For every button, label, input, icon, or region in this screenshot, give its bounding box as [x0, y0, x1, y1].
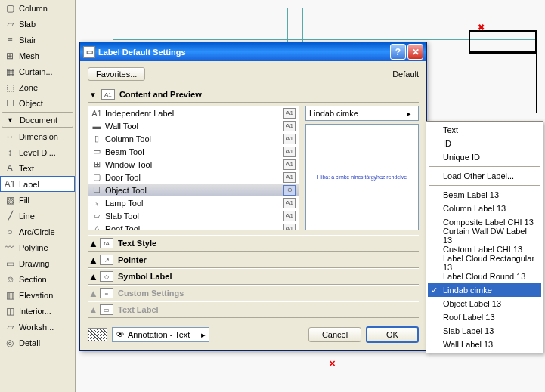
toolbox-panel: ▢Column▱Slab≡Stair⊞Mesh▦Curtain...⬚Zone☐…: [0, 0, 76, 392]
cancel-button[interactable]: Cancel: [308, 327, 361, 342]
section-title: Content and Preview: [119, 90, 202, 99]
label-tool-beam-tool[interactable]: ▭Beam ToolA1: [88, 145, 299, 158]
tool-line[interactable]: ╱Line: [0, 208, 75, 224]
menu-item-text[interactable]: Text: [428, 123, 541, 137]
section-icon: tA: [100, 238, 113, 248]
label-indicator-icon: ⊕: [283, 185, 296, 196]
menu-item-load-other-label-[interactable]: Load Other Label...: [428, 169, 541, 183]
favorites-button[interactable]: Favorites...: [88, 67, 145, 81]
tool-icon: ▥: [4, 289, 16, 301]
dialog-titlebar[interactable]: ▭ Label Default Settings ? ✕: [80, 42, 426, 61]
dialog-title: Label Default Settings: [98, 48, 186, 57]
tool-icon: ○: [4, 226, 16, 238]
chevron-down-icon: ▼: [89, 91, 97, 99]
section-text-style[interactable]: ▶tAText Style: [88, 235, 419, 252]
label-tool-column-tool[interactable]: ▯Column ToolA1: [88, 132, 299, 145]
tool-level-di-[interactable]: ↕Level Di...: [0, 144, 75, 160]
tool-dimension[interactable]: ↔Dimension: [0, 128, 75, 144]
section-icon: ▭: [100, 304, 113, 315]
tool-column[interactable]: ▢Column: [0, 0, 75, 16]
tool-icon: ↕: [4, 147, 16, 159]
tool-section[interactable]: ⎊Section: [0, 271, 75, 287]
menu-item-object-label-13[interactable]: Object Label 13: [428, 297, 541, 310]
menu-item-label-cloud-round-13[interactable]: Label Cloud Round 13: [428, 270, 541, 283]
label-tool-window-tool[interactable]: ⊞Window ToolA1: [88, 158, 299, 171]
label-tool-independent-label[interactable]: A1Independent LabelA1: [88, 106, 299, 119]
menu-item-label-cloud-rectangular-13[interactable]: Label Cloud Rectangular 13: [428, 256, 541, 270]
menu-item-unique-id[interactable]: Unique ID: [428, 150, 541, 164]
tool-object[interactable]: ☐Object: [0, 95, 75, 111]
label-tool-door-tool[interactable]: ▢Door ToolA1: [88, 171, 299, 184]
tool-icon: ≡: [4, 34, 16, 46]
tool-interior-[interactable]: ◫Interior...: [0, 303, 75, 319]
menu-item-beam-label-13[interactable]: Beam Label 13: [428, 188, 541, 202]
menu-item-wall-label-13[interactable]: Wall Label 13: [428, 338, 541, 351]
tool-icon: ⊞: [4, 50, 16, 62]
ok-button[interactable]: OK: [366, 326, 419, 343]
menu-item-curtain-wall-dw-label-13[interactable]: Curtain Wall DW Label 13: [428, 229, 541, 242]
tool-icon: ▱: [4, 321, 16, 333]
tool-arc-circle[interactable]: ○Arc/Circle: [0, 224, 75, 239]
label-indicator-icon: A1: [283, 159, 296, 170]
tool-worksh-[interactable]: ▱Worksh...: [0, 319, 75, 335]
label-default-settings-dialog: ▭ Label Default Settings ? ✕ Favorites..…: [79, 42, 427, 351]
layer-hatch-icon[interactable]: [88, 328, 107, 341]
section-custom-settings: ▶≡Custom Settings: [88, 285, 419, 301]
menu-item-column-label-13[interactable]: Column Label 13: [428, 202, 541, 215]
default-label: Default: [392, 69, 419, 79]
tool-label[interactable]: A1Label: [0, 176, 75, 192]
tool-zone[interactable]: ⬚Zone: [0, 79, 75, 95]
tool-curtain-[interactable]: ▦Curtain...: [0, 63, 75, 79]
tool-icon: ▭: [91, 147, 102, 157]
chevron-right-icon: ▶: [88, 307, 97, 313]
menu-item-lindab-cimke[interactable]: ✓Lindab cimke: [428, 283, 541, 297]
toolbox-group-header[interactable]: ▼Document: [2, 112, 73, 128]
tool-fill[interactable]: ▨Fill: [0, 192, 75, 208]
tool-icon: 〰: [4, 242, 16, 254]
error-marker-icon: ✖: [478, 23, 485, 32]
tool-mesh[interactable]: ⊞Mesh: [0, 48, 75, 63]
section-symbol-label[interactable]: ▶◇Symbol Label: [88, 268, 419, 285]
label-indicator-icon: A1: [283, 108, 296, 119]
label-indicator-icon: A1: [283, 198, 296, 208]
label-preview: Hiba: a cimke nincs tárgyhoz rendelve: [305, 124, 419, 230]
dialog-icon: ▭: [83, 46, 95, 58]
tool-drawing[interactable]: ▭Drawing: [0, 255, 75, 271]
tool-icon: ◫: [4, 305, 16, 317]
menu-item-roof-label-13[interactable]: Roof Label 13: [428, 310, 541, 324]
label-tool-lamp-tool[interactable]: ♀Lamp ToolA1: [88, 196, 299, 209]
help-button[interactable]: ?: [390, 44, 406, 60]
tool-icon: ▱: [4, 18, 16, 30]
tool-icon: ▢: [4, 2, 16, 14]
tool-icon: ▢: [91, 172, 102, 183]
label-tool-roof-tool[interactable]: △Roof ToolA1: [88, 222, 299, 230]
section-text-label: ▶▭Text Label: [88, 301, 419, 318]
tool-text[interactable]: AText: [0, 160, 75, 176]
close-button[interactable]: ✕: [407, 44, 423, 60]
section-icon: ≡: [100, 288, 113, 298]
tool-icon: ↔: [4, 131, 16, 143]
tool-icon: ⬚: [4, 82, 16, 94]
label-tool-wall-tool[interactable]: ▬Wall ToolA1: [88, 119, 299, 132]
annotation-layer-combo[interactable]: 👁 Annotation - Text ▸: [112, 327, 209, 342]
menu-item-id[interactable]: ID: [428, 137, 541, 150]
label-tool-list[interactable]: A1Independent LabelA1▬Wall ToolA1▯Column…: [88, 106, 299, 230]
tool-icon: ♀: [91, 198, 102, 208]
tool-icon: ▭: [4, 258, 16, 270]
menu-item-slab-label-13[interactable]: Slab Label 13: [428, 324, 541, 338]
tool-elevation[interactable]: ▥Elevation: [0, 287, 75, 303]
label-type-combo[interactable]: Lindab cimke ▸: [305, 106, 419, 121]
label-type-menu[interactable]: TextIDUnique IDLoad Other Label...Beam L…: [426, 121, 543, 353]
section-pointer[interactable]: ▶↗Pointer: [88, 252, 419, 268]
label-indicator-icon: A1: [283, 121, 296, 131]
label-tool-slab-tool[interactable]: ▱Slab ToolA1: [88, 209, 299, 222]
tool-detail[interactable]: ◎Detail: [0, 335, 75, 350]
tool-slab[interactable]: ▱Slab: [0, 16, 75, 32]
tool-polyline[interactable]: 〰Polyline: [0, 239, 75, 255]
chevron-right-icon: ▶: [88, 273, 97, 279]
tool-stair[interactable]: ≡Stair: [0, 32, 75, 48]
label-tool-object-tool[interactable]: ☐Object Tool⊕: [88, 184, 299, 196]
error-marker-icon: ✕: [329, 359, 336, 369]
content-preview-header[interactable]: ▼ A1 Content and Preview: [88, 87, 419, 103]
eye-icon: 👁: [116, 329, 125, 340]
